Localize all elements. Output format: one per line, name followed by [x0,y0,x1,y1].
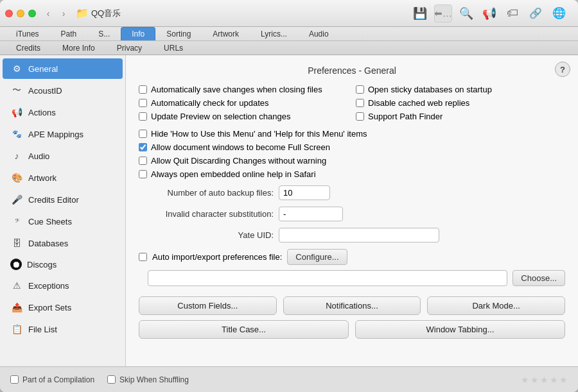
sidebar-label-ape-mappings: APE Mappings [28,130,83,139]
star-3[interactable]: ★ [540,375,548,385]
star-1[interactable]: ★ [521,375,529,385]
notifications-button[interactable]: Notifications... [283,296,421,315]
update-preview-checkbox[interactable] [139,112,147,121]
open-sticky-checkbox[interactable] [356,85,364,94]
star-5[interactable]: ★ [559,375,568,385]
sidebar-item-general[interactable]: ⚙ General [3,58,123,79]
sidebar-item-artwork[interactable]: 🎨 Artwork [3,167,123,188]
disable-cache-checkbox[interactable] [356,99,364,107]
invalid-char-row: Invalid character substitution: [139,207,565,221]
shuffle-checkbox[interactable] [107,375,116,384]
save-icon[interactable]: 💾 [411,4,429,22]
sidebar-item-file-list[interactable]: 📋 File List [3,319,123,339]
tab-s[interactable]: S... [87,27,121,40]
nav-arrows: ‹ › [41,6,71,21]
dark-mode-button[interactable]: Dark Mode... [427,296,565,315]
sidebar-label-credits-editor: Credits Editor [28,195,79,205]
compilation-label: Part of a Compilation [22,375,94,384]
sidebar-item-ape-mappings[interactable]: 🐾 APE Mappings [3,124,123,144]
allow-quit-checkbox[interactable] [139,157,147,165]
tab-credits[interactable]: Credits [5,41,51,55]
checkbox-allow-quit: Allow Quit Discarding Changes without wa… [139,156,565,166]
compilation-checkbox[interactable] [10,375,19,384]
credits-icon: 🎤 [10,193,23,206]
tab-audio[interactable]: Audio [298,27,340,40]
support-path-label: Support Path Finder [368,112,442,121]
sidebar-item-discogs[interactable]: ⏺ Discogs [3,255,123,274]
sidebar-item-databases[interactable]: 🗄 Databases [3,233,123,253]
invalid-char-input[interactable] [279,207,343,221]
yate-uid-input[interactable] [279,228,439,243]
sidebar-item-export-sets[interactable]: 📤 Export Sets [3,297,123,318]
auto-check-label: Automatically check for updates [151,98,269,108]
link-icon[interactable]: 🔗 [527,4,545,22]
configure-button[interactable]: Configure... [287,249,347,265]
checkbox-auto-save: Automatically save changes when closing … [139,85,348,94]
yate-uid-row: Yate UID: [139,228,565,243]
checkbox-open-sticky: Open sticky databases on startup [356,85,565,94]
auto-import-checkbox[interactable] [139,253,147,261]
tab-sorting[interactable]: Sorting [155,27,202,40]
tab-path[interactable]: Path [50,27,88,40]
auto-import-row: Auto import/export preferences file: Con… [139,249,565,265]
minimize-button[interactable] [17,10,24,17]
hide-help-checkbox[interactable] [139,130,147,138]
sidebar-label-actions: Actions [28,108,56,117]
globe-icon[interactable]: 🌐 [550,4,568,22]
sidebar-item-actions[interactable]: 📢 Actions [3,102,123,123]
tab-itunes[interactable]: iTunes [5,27,50,40]
tab-more-info[interactable]: More Info [51,41,106,55]
tag-icon[interactable]: 🏷 [504,4,521,22]
breadcrumb-area: 📁 QQ音乐 [76,7,401,19]
sidebar-label-audio: Audio [28,151,49,161]
custom-fields-button[interactable]: Custom Fields... [139,296,277,315]
databases-icon: 🗄 [10,237,23,250]
content-panel: ? Preferences - General Automatically sa… [126,55,578,366]
star-4[interactable]: ★ [550,375,558,385]
forward-arrow[interactable]: › [57,6,71,21]
path-input[interactable] [148,270,507,286]
maximize-button[interactable] [28,10,36,17]
tab-info[interactable]: Info [121,27,155,40]
ape-icon: 🐾 [10,128,23,141]
exceptions-icon: ⚠ [10,279,23,292]
back-icon2[interactable]: ⬅… [434,4,452,22]
star-rating[interactable]: ★ ★ ★ ★ ★ [521,375,568,385]
star-2[interactable]: ★ [530,375,539,385]
sidebar-item-credits-editor[interactable]: 🎤 Credits Editor [3,189,123,210]
close-button[interactable] [5,10,13,17]
sidebar-item-acoustid[interactable]: 〜 AcoustID [3,80,123,101]
sidebar-label-acoustid: AcoustID [28,86,62,96]
tab-privacy[interactable]: Privacy [106,41,153,55]
checkbox-auto-check: Automatically check for updates [139,98,348,108]
auto-backup-input[interactable] [279,185,330,200]
checkbox-disable-cache: Disable cached web replies [356,98,565,108]
sidebar-item-exceptions[interactable]: ⚠ Exceptions [3,275,123,296]
speaker-icon[interactable]: 📢 [480,4,498,22]
zoom-icon[interactable]: 🔍 [457,4,475,22]
yate-uid-label: Yate UID: [139,230,274,240]
title-case-button[interactable]: Title Case... [139,320,349,339]
support-path-checkbox[interactable] [356,112,364,121]
buttons-row-2: Title Case... Window Tabbing... [139,320,565,339]
tab-lyrics[interactable]: Lyrics... [250,27,298,40]
help-button[interactable]: ? [555,62,570,77]
auto-check-checkbox[interactable] [139,99,147,107]
sidebar-item-audio[interactable]: ♪ Audio [3,146,123,166]
auto-save-checkbox[interactable] [139,85,147,94]
checkbox-update-preview: Update Preview on selection changes [139,112,348,121]
sidebar-label-general: General [28,64,58,74]
tab-artwork[interactable]: Artwork [202,27,250,40]
open-help-label: Always open embedded online help in Safa… [151,169,316,179]
tab-urls[interactable]: URLs [153,41,194,55]
preferences-title: Preferences - General [139,65,565,76]
allow-fullscreen-checkbox[interactable] [139,143,147,151]
open-help-checkbox[interactable] [139,170,147,178]
choose-button[interactable]: Choose... [512,270,565,286]
update-preview-label: Update Preview on selection changes [151,112,291,121]
sidebar-item-cue-sheets[interactable]: 𝄢 Cue Sheets [3,211,123,232]
window-tabbing-button[interactable]: Window Tabbing... [355,320,565,339]
checkbox-support-path: Support Path Finder [356,112,565,121]
artwork-icon: 🎨 [10,171,23,184]
back-arrow[interactable]: ‹ [41,6,55,21]
